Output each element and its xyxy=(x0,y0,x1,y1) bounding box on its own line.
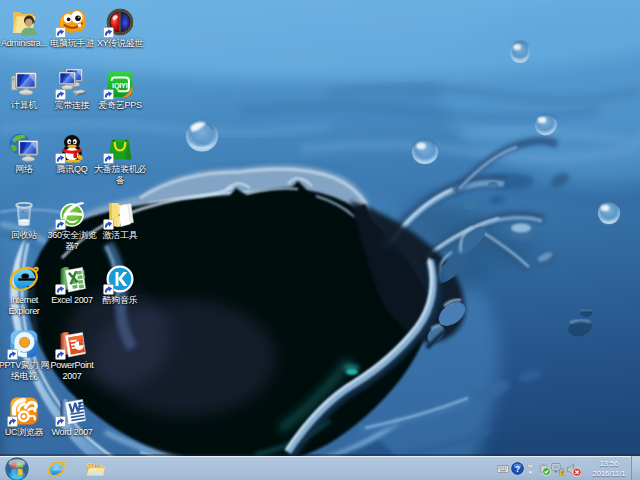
svg-text:iQIYI: iQIYI xyxy=(112,81,128,90)
svg-text:?: ? xyxy=(515,465,520,474)
